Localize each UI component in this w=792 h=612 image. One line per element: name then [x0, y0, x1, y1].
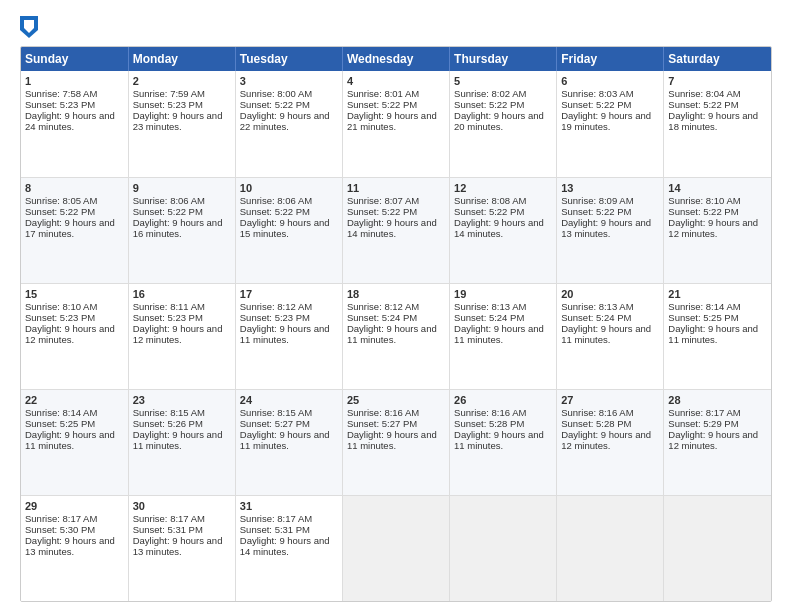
sunset-label: Sunset: 5:29 PM — [668, 418, 738, 429]
sunrise-label: Sunrise: 8:13 AM — [561, 301, 633, 312]
sunrise-label: Sunrise: 8:02 AM — [454, 88, 526, 99]
sunset-label: Sunset: 5:22 PM — [454, 206, 524, 217]
day-cell: 20Sunrise: 8:13 AMSunset: 5:24 PMDayligh… — [557, 283, 664, 389]
sunset-label: Sunset: 5:22 PM — [561, 99, 631, 110]
daylight-label: Daylight: 9 hours and 11 minutes. — [347, 323, 437, 345]
sunset-label: Sunset: 5:23 PM — [25, 312, 95, 323]
daylight-label: Daylight: 9 hours and 11 minutes. — [240, 323, 330, 345]
day-cell: 16Sunrise: 8:11 AMSunset: 5:23 PMDayligh… — [128, 283, 235, 389]
sunrise-label: Sunrise: 8:15 AM — [240, 407, 312, 418]
daylight-label: Daylight: 9 hours and 15 minutes. — [240, 217, 330, 239]
daylight-label: Daylight: 9 hours and 17 minutes. — [25, 217, 115, 239]
day-cell: 31Sunrise: 8:17 AMSunset: 5:31 PMDayligh… — [235, 495, 342, 601]
sunset-label: Sunset: 5:25 PM — [25, 418, 95, 429]
calendar-body: 1Sunrise: 7:58 AMSunset: 5:23 PMDaylight… — [21, 71, 771, 601]
calendar-table: SundayMondayTuesdayWednesdayThursdayFrid… — [21, 47, 771, 601]
daylight-label: Daylight: 9 hours and 19 minutes. — [561, 110, 651, 132]
logo-icon — [20, 16, 38, 38]
day-cell: 11Sunrise: 8:07 AMSunset: 5:22 PMDayligh… — [342, 177, 449, 283]
weekday-row: SundayMondayTuesdayWednesdayThursdayFrid… — [21, 47, 771, 71]
daylight-label: Daylight: 9 hours and 16 minutes. — [133, 217, 223, 239]
header — [20, 16, 772, 38]
sunset-label: Sunset: 5:22 PM — [133, 206, 203, 217]
day-number: 27 — [561, 394, 659, 406]
sunset-label: Sunset: 5:22 PM — [240, 206, 310, 217]
sunset-label: Sunset: 5:22 PM — [347, 99, 417, 110]
day-cell: 2Sunrise: 7:59 AMSunset: 5:23 PMDaylight… — [128, 71, 235, 177]
sunrise-label: Sunrise: 8:13 AM — [454, 301, 526, 312]
daylight-label: Daylight: 9 hours and 12 minutes. — [133, 323, 223, 345]
sunset-label: Sunset: 5:22 PM — [25, 206, 95, 217]
weekday-header-thursday: Thursday — [450, 47, 557, 71]
sunset-label: Sunset: 5:23 PM — [133, 312, 203, 323]
sunset-label: Sunset: 5:27 PM — [347, 418, 417, 429]
daylight-label: Daylight: 9 hours and 13 minutes. — [25, 535, 115, 557]
sunrise-label: Sunrise: 8:12 AM — [240, 301, 312, 312]
sunset-label: Sunset: 5:22 PM — [454, 99, 524, 110]
day-number: 7 — [668, 75, 767, 87]
day-cell — [664, 495, 771, 601]
day-cell: 24Sunrise: 8:15 AMSunset: 5:27 PMDayligh… — [235, 389, 342, 495]
calendar: SundayMondayTuesdayWednesdayThursdayFrid… — [20, 46, 772, 602]
weekday-header-friday: Friday — [557, 47, 664, 71]
sunset-label: Sunset: 5:31 PM — [133, 524, 203, 535]
day-number: 17 — [240, 288, 338, 300]
day-number: 8 — [25, 182, 124, 194]
sunrise-label: Sunrise: 8:12 AM — [347, 301, 419, 312]
daylight-label: Daylight: 9 hours and 11 minutes. — [133, 429, 223, 451]
sunrise-label: Sunrise: 8:16 AM — [454, 407, 526, 418]
week-row-5: 29Sunrise: 8:17 AMSunset: 5:30 PMDayligh… — [21, 495, 771, 601]
sunset-label: Sunset: 5:24 PM — [454, 312, 524, 323]
day-number: 26 — [454, 394, 552, 406]
day-cell: 28Sunrise: 8:17 AMSunset: 5:29 PMDayligh… — [664, 389, 771, 495]
day-cell: 10Sunrise: 8:06 AMSunset: 5:22 PMDayligh… — [235, 177, 342, 283]
sunrise-label: Sunrise: 8:05 AM — [25, 195, 97, 206]
daylight-label: Daylight: 9 hours and 11 minutes. — [561, 323, 651, 345]
sunrise-label: Sunrise: 8:11 AM — [133, 301, 205, 312]
day-cell: 9Sunrise: 8:06 AMSunset: 5:22 PMDaylight… — [128, 177, 235, 283]
week-row-3: 15Sunrise: 8:10 AMSunset: 5:23 PMDayligh… — [21, 283, 771, 389]
day-number: 21 — [668, 288, 767, 300]
daylight-label: Daylight: 9 hours and 14 minutes. — [347, 217, 437, 239]
sunset-label: Sunset: 5:23 PM — [133, 99, 203, 110]
day-cell: 27Sunrise: 8:16 AMSunset: 5:28 PMDayligh… — [557, 389, 664, 495]
day-cell: 1Sunrise: 7:58 AMSunset: 5:23 PMDaylight… — [21, 71, 128, 177]
day-number: 5 — [454, 75, 552, 87]
day-cell: 30Sunrise: 8:17 AMSunset: 5:31 PMDayligh… — [128, 495, 235, 601]
daylight-label: Daylight: 9 hours and 12 minutes. — [561, 429, 651, 451]
day-number: 20 — [561, 288, 659, 300]
day-number: 15 — [25, 288, 124, 300]
day-cell: 12Sunrise: 8:08 AMSunset: 5:22 PMDayligh… — [450, 177, 557, 283]
day-number: 10 — [240, 182, 338, 194]
day-cell: 7Sunrise: 8:04 AMSunset: 5:22 PMDaylight… — [664, 71, 771, 177]
sunset-label: Sunset: 5:30 PM — [25, 524, 95, 535]
sunset-label: Sunset: 5:22 PM — [347, 206, 417, 217]
day-number: 6 — [561, 75, 659, 87]
daylight-label: Daylight: 9 hours and 11 minutes. — [25, 429, 115, 451]
day-number: 18 — [347, 288, 445, 300]
sunset-label: Sunset: 5:31 PM — [240, 524, 310, 535]
day-number: 9 — [133, 182, 231, 194]
weekday-header-sunday: Sunday — [21, 47, 128, 71]
day-cell: 13Sunrise: 8:09 AMSunset: 5:22 PMDayligh… — [557, 177, 664, 283]
weekday-header-monday: Monday — [128, 47, 235, 71]
sunset-label: Sunset: 5:28 PM — [561, 418, 631, 429]
daylight-label: Daylight: 9 hours and 14 minutes. — [454, 217, 544, 239]
daylight-label: Daylight: 9 hours and 13 minutes. — [133, 535, 223, 557]
daylight-label: Daylight: 9 hours and 14 minutes. — [240, 535, 330, 557]
day-number: 3 — [240, 75, 338, 87]
day-cell: 5Sunrise: 8:02 AMSunset: 5:22 PMDaylight… — [450, 71, 557, 177]
page: SundayMondayTuesdayWednesdayThursdayFrid… — [0, 0, 792, 612]
day-cell — [450, 495, 557, 601]
daylight-label: Daylight: 9 hours and 11 minutes. — [668, 323, 758, 345]
calendar-header: SundayMondayTuesdayWednesdayThursdayFrid… — [21, 47, 771, 71]
sunrise-label: Sunrise: 8:10 AM — [668, 195, 740, 206]
sunrise-label: Sunrise: 8:06 AM — [133, 195, 205, 206]
day-cell: 18Sunrise: 8:12 AMSunset: 5:24 PMDayligh… — [342, 283, 449, 389]
sunrise-label: Sunrise: 8:16 AM — [561, 407, 633, 418]
sunset-label: Sunset: 5:27 PM — [240, 418, 310, 429]
sunset-label: Sunset: 5:22 PM — [561, 206, 631, 217]
sunrise-label: Sunrise: 8:03 AM — [561, 88, 633, 99]
day-cell: 4Sunrise: 8:01 AMSunset: 5:22 PMDaylight… — [342, 71, 449, 177]
day-cell: 8Sunrise: 8:05 AMSunset: 5:22 PMDaylight… — [21, 177, 128, 283]
